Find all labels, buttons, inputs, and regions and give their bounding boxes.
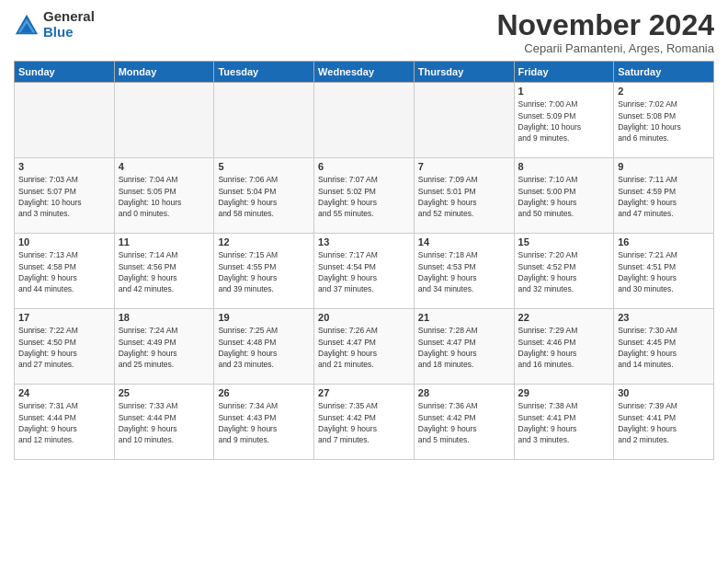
day-info: Sunrise: 7:24 AM Sunset: 4:49 PM Dayligh…	[119, 325, 210, 370]
calendar-cell: 17Sunrise: 7:22 AM Sunset: 4:50 PM Dayli…	[15, 309, 115, 385]
calendar-table: Sunday Monday Tuesday Wednesday Thursday…	[14, 61, 714, 460]
day-number: 1	[518, 86, 610, 97]
header: General Blue November 2024 Ceparii Paman…	[14, 9, 714, 55]
day-info: Sunrise: 7:28 AM Sunset: 4:47 PM Dayligh…	[418, 325, 510, 370]
day-info: Sunrise: 7:33 AM Sunset: 4:44 PM Dayligh…	[119, 400, 210, 445]
calendar-cell: 1Sunrise: 7:00 AM Sunset: 5:09 PM Daylig…	[514, 83, 614, 158]
day-number: 27	[318, 387, 410, 398]
day-info: Sunrise: 7:31 AM Sunset: 4:44 PM Dayligh…	[18, 400, 110, 445]
day-number: 8	[518, 161, 610, 172]
day-number: 10	[18, 236, 110, 247]
day-info: Sunrise: 7:02 AM Sunset: 5:08 PM Dayligh…	[618, 98, 710, 144]
day-info: Sunrise: 7:06 AM Sunset: 5:04 PM Dayligh…	[218, 174, 310, 219]
col-wednesday: Wednesday	[314, 62, 415, 83]
calendar-week-5: 24Sunrise: 7:31 AM Sunset: 4:44 PM Dayli…	[15, 385, 714, 460]
day-info: Sunrise: 7:14 AM Sunset: 4:56 PM Dayligh…	[119, 249, 210, 294]
calendar-week-4: 17Sunrise: 7:22 AM Sunset: 4:50 PM Dayli…	[15, 309, 714, 385]
day-info: Sunrise: 7:04 AM Sunset: 5:05 PM Dayligh…	[119, 174, 210, 219]
calendar-cell: 30Sunrise: 7:39 AM Sunset: 4:41 PM Dayli…	[614, 385, 714, 460]
day-info: Sunrise: 7:21 AM Sunset: 4:51 PM Dayligh…	[618, 249, 710, 294]
calendar-cell: 10Sunrise: 7:13 AM Sunset: 4:58 PM Dayli…	[15, 234, 115, 309]
calendar-cell	[314, 83, 415, 158]
day-info: Sunrise: 7:26 AM Sunset: 4:47 PM Dayligh…	[318, 325, 410, 370]
calendar-cell: 19Sunrise: 7:25 AM Sunset: 4:48 PM Dayli…	[214, 309, 314, 385]
calendar-cell: 8Sunrise: 7:10 AM Sunset: 5:00 PM Daylig…	[514, 158, 614, 234]
calendar-week-1: 1Sunrise: 7:00 AM Sunset: 5:09 PM Daylig…	[15, 83, 714, 158]
day-info: Sunrise: 7:18 AM Sunset: 4:53 PM Dayligh…	[418, 249, 510, 294]
day-number: 7	[418, 161, 510, 172]
logo-blue: Blue	[43, 25, 95, 40]
day-info: Sunrise: 7:22 AM Sunset: 4:50 PM Dayligh…	[18, 325, 110, 370]
day-info: Sunrise: 7:15 AM Sunset: 4:55 PM Dayligh…	[218, 249, 310, 294]
calendar-cell: 15Sunrise: 7:20 AM Sunset: 4:52 PM Dayli…	[514, 234, 614, 309]
day-number: 14	[418, 236, 510, 247]
day-number: 17	[18, 312, 110, 323]
calendar-cell: 2Sunrise: 7:02 AM Sunset: 5:08 PM Daylig…	[614, 83, 714, 158]
day-number: 12	[218, 236, 310, 247]
day-number: 23	[618, 312, 710, 323]
calendar-cell: 25Sunrise: 7:33 AM Sunset: 4:44 PM Dayli…	[114, 385, 214, 460]
calendar-cell: 11Sunrise: 7:14 AM Sunset: 4:56 PM Dayli…	[114, 234, 214, 309]
month-title: November 2024	[496, 9, 714, 41]
day-number: 2	[618, 86, 710, 97]
calendar-cell: 27Sunrise: 7:35 AM Sunset: 4:42 PM Dayli…	[314, 385, 415, 460]
day-number: 5	[218, 161, 310, 172]
calendar-cell: 14Sunrise: 7:18 AM Sunset: 4:53 PM Dayli…	[414, 234, 514, 309]
calendar-cell	[15, 83, 115, 158]
calendar-cell: 9Sunrise: 7:11 AM Sunset: 4:59 PM Daylig…	[614, 158, 714, 234]
col-thursday: Thursday	[414, 62, 514, 83]
calendar-header-row: Sunday Monday Tuesday Wednesday Thursday…	[15, 62, 714, 83]
calendar-cell: 4Sunrise: 7:04 AM Sunset: 5:05 PM Daylig…	[114, 158, 214, 234]
col-monday: Monday	[114, 62, 214, 83]
day-info: Sunrise: 7:36 AM Sunset: 4:42 PM Dayligh…	[418, 400, 510, 445]
day-number: 6	[318, 161, 410, 172]
day-number: 21	[418, 312, 510, 323]
day-number: 29	[518, 387, 610, 398]
logo-general: General	[43, 9, 95, 25]
title-section: November 2024 Ceparii Pamanteni, Arges, …	[496, 9, 714, 55]
day-info: Sunrise: 7:07 AM Sunset: 5:02 PM Dayligh…	[318, 174, 410, 219]
day-info: Sunrise: 7:09 AM Sunset: 5:01 PM Dayligh…	[418, 174, 510, 219]
calendar-cell: 24Sunrise: 7:31 AM Sunset: 4:44 PM Dayli…	[15, 385, 115, 460]
location-title: Ceparii Pamanteni, Arges, Romania	[496, 41, 714, 55]
col-tuesday: Tuesday	[214, 62, 314, 83]
day-info: Sunrise: 7:35 AM Sunset: 4:42 PM Dayligh…	[318, 400, 410, 445]
day-number: 19	[218, 312, 310, 323]
calendar-week-2: 3Sunrise: 7:03 AM Sunset: 5:07 PM Daylig…	[15, 158, 714, 234]
day-info: Sunrise: 7:25 AM Sunset: 4:48 PM Dayligh…	[218, 325, 310, 370]
day-info: Sunrise: 7:34 AM Sunset: 4:43 PM Dayligh…	[218, 400, 310, 445]
day-info: Sunrise: 7:11 AM Sunset: 4:59 PM Dayligh…	[618, 174, 710, 219]
day-number: 11	[119, 236, 210, 247]
calendar-cell: 3Sunrise: 7:03 AM Sunset: 5:07 PM Daylig…	[15, 158, 115, 234]
calendar-cell: 16Sunrise: 7:21 AM Sunset: 4:51 PM Dayli…	[614, 234, 714, 309]
day-info: Sunrise: 7:10 AM Sunset: 5:00 PM Dayligh…	[518, 174, 610, 219]
page-container: General Blue November 2024 Ceparii Paman…	[0, 0, 728, 467]
col-sunday: Sunday	[15, 62, 115, 83]
day-number: 30	[618, 387, 710, 398]
day-number: 9	[618, 161, 710, 172]
day-number: 24	[18, 387, 110, 398]
logo-icon	[14, 12, 40, 38]
calendar-cell: 28Sunrise: 7:36 AM Sunset: 4:42 PM Dayli…	[414, 385, 514, 460]
calendar-cell: 6Sunrise: 7:07 AM Sunset: 5:02 PM Daylig…	[314, 158, 415, 234]
day-number: 16	[618, 236, 710, 247]
day-info: Sunrise: 7:39 AM Sunset: 4:41 PM Dayligh…	[618, 400, 710, 445]
day-number: 13	[318, 236, 410, 247]
calendar-cell: 26Sunrise: 7:34 AM Sunset: 4:43 PM Dayli…	[214, 385, 314, 460]
calendar-cell: 29Sunrise: 7:38 AM Sunset: 4:41 PM Dayli…	[514, 385, 614, 460]
calendar-cell: 20Sunrise: 7:26 AM Sunset: 4:47 PM Dayli…	[314, 309, 415, 385]
calendar-cell	[114, 83, 214, 158]
day-info: Sunrise: 7:38 AM Sunset: 4:41 PM Dayligh…	[518, 400, 610, 445]
day-info: Sunrise: 7:29 AM Sunset: 4:46 PM Dayligh…	[518, 325, 610, 370]
calendar-cell: 5Sunrise: 7:06 AM Sunset: 5:04 PM Daylig…	[214, 158, 314, 234]
day-number: 15	[518, 236, 610, 247]
day-info: Sunrise: 7:13 AM Sunset: 4:58 PM Dayligh…	[18, 249, 110, 294]
day-info: Sunrise: 7:17 AM Sunset: 4:54 PM Dayligh…	[318, 249, 410, 294]
day-number: 20	[318, 312, 410, 323]
day-number: 25	[119, 387, 210, 398]
day-info: Sunrise: 7:20 AM Sunset: 4:52 PM Dayligh…	[518, 249, 610, 294]
day-info: Sunrise: 7:00 AM Sunset: 5:09 PM Dayligh…	[518, 98, 610, 144]
day-number: 26	[218, 387, 310, 398]
calendar-cell	[414, 83, 514, 158]
col-friday: Friday	[514, 62, 614, 83]
